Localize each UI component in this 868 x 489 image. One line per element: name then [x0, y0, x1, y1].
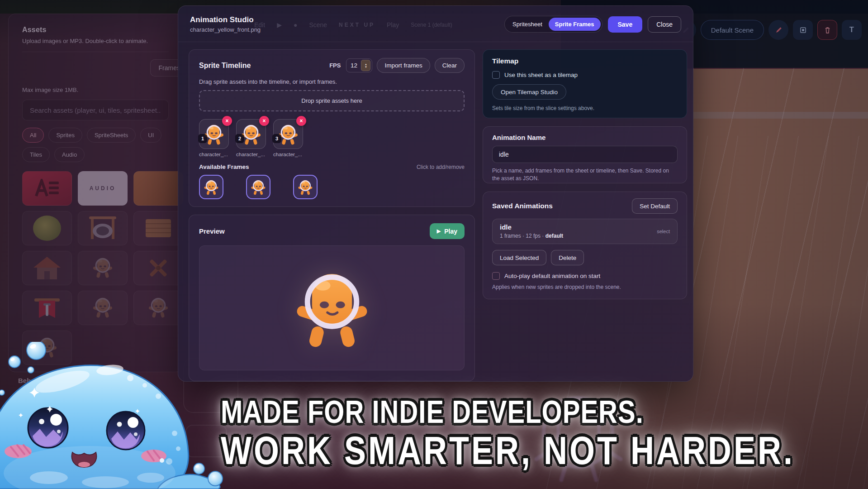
- asset-tile-windmill[interactable]: [133, 251, 183, 285]
- available-frame-selected[interactable]: [199, 175, 223, 199]
- modal-right-column: Tilemap Use this sheet as a tilemap Open…: [483, 49, 687, 299]
- asset-filter-chips: All Sprites SpriteSheets UI Tiles Audio: [22, 128, 169, 162]
- asset-tile-house[interactable]: [22, 251, 72, 285]
- modal-title: Animation Studio: [190, 15, 261, 24]
- set-default-button[interactable]: Set Default: [632, 198, 678, 214]
- timeline-frame-card[interactable]: 2 ×: [236, 119, 266, 149]
- filter-chip-audio[interactable]: Audio: [54, 147, 85, 162]
- asset-tile-bush[interactable]: [22, 211, 72, 245]
- timeline-frame-card[interactable]: 3 ×: [273, 119, 303, 149]
- filter-chip-tiles[interactable]: Tiles: [22, 147, 50, 162]
- asset-tile-banner[interactable]: [22, 291, 72, 325]
- asset-grid: AUDIO: [22, 171, 169, 365]
- modal-header: Animation Studio character_yellow_front.…: [178, 6, 693, 42]
- timeline-frame[interactable]: 3 × character_...: [273, 119, 303, 157]
- asset-tile-character[interactable]: [78, 291, 128, 325]
- remove-frame-button[interactable]: ×: [222, 116, 232, 126]
- default-scene-button[interactable]: Default Scene: [701, 20, 764, 40]
- table-icon: [144, 216, 173, 240]
- ghost-next-up-label: NEXT UP: [339, 22, 375, 28]
- sprite-dropzone[interactable]: Drop sprite assets here: [199, 90, 465, 111]
- chevron-down-icon: ▼: [365, 66, 367, 68]
- fps-label: FPS: [329, 62, 341, 69]
- asset-tile-character[interactable]: [133, 291, 183, 325]
- slime-mouth: [72, 452, 97, 467]
- saved-animation-item[interactable]: idle 1 frames · 12 fps · default select: [492, 219, 678, 244]
- asset-tile-ground[interactable]: [133, 171, 183, 206]
- tilemap-title: Tilemap: [492, 57, 678, 65]
- remove-frame-button[interactable]: ×: [259, 116, 269, 126]
- bush-icon: [33, 216, 61, 241]
- asset-tile-character[interactable]: [78, 251, 128, 285]
- filter-chip-sprites[interactable]: Sprites: [48, 128, 82, 143]
- available-frames-title: Available Frames: [199, 163, 249, 170]
- hero-line-2: WORK SMARTER, NOT HARDER.: [221, 427, 795, 473]
- fps-spin-buttons[interactable]: ▲ ▼: [361, 60, 370, 71]
- fps-value: 12: [346, 62, 361, 69]
- clear-button[interactable]: Clear: [435, 58, 465, 73]
- toggle-spritesheet[interactable]: Spritesheet: [506, 18, 549, 31]
- ghost-scene1-label: Scene 1 (default): [411, 22, 452, 28]
- play-label: Play: [444, 228, 457, 235]
- autoplay-checkbox[interactable]: [492, 272, 500, 280]
- modal-actions: Spritesheet Sprite Frames Save Close: [504, 16, 681, 33]
- saved-item-info: idle 1 frames · 12 fps · default: [500, 223, 563, 239]
- tilemap-checkbox[interactable]: [492, 71, 500, 79]
- timeline-title: Sprite Timeline: [199, 62, 251, 70]
- timeline-frames-row: 1 × character_... 2 × character_...: [199, 119, 465, 157]
- filter-chip-ui[interactable]: UI: [140, 128, 161, 143]
- ghost-play-label: Play: [387, 21, 399, 29]
- filter-chip-spritesheets[interactable]: SpriteSheets: [87, 128, 136, 143]
- trash-icon: [823, 26, 832, 34]
- asset-tile-well[interactable]: [78, 211, 128, 245]
- modal-left-column: Sprite Timeline FPS 12 ▲ ▼ Import frames…: [189, 49, 475, 381]
- tilemap-panel: Tilemap Use this sheet as a tilemap Open…: [483, 49, 687, 118]
- max-size-note: Max image size 1MB.: [22, 86, 169, 93]
- save-button[interactable]: Save: [608, 16, 643, 33]
- asset-search-input[interactable]: [22, 100, 169, 120]
- fps-stepper[interactable]: 12 ▲ ▼: [346, 58, 372, 72]
- timeline-frame[interactable]: 1 × character_...: [199, 119, 229, 157]
- frame-icon: [799, 26, 807, 34]
- ghost-chat-icon: ●: [294, 21, 297, 29]
- text-tool-button[interactable]: T: [842, 20, 862, 40]
- ghost-scene-label: Scene: [309, 21, 327, 29]
- dropzone-label: Drop sprite assets here: [301, 97, 362, 104]
- delete-scene-button[interactable]: [817, 20, 837, 40]
- remove-frame-button[interactable]: ×: [296, 116, 306, 126]
- timeline-frame[interactable]: 2 × character_...: [236, 119, 266, 157]
- character-sprite-icon: [92, 295, 113, 319]
- close-button[interactable]: Close: [648, 16, 681, 33]
- open-tilemap-studio-button[interactable]: Open Tilemap Studio: [492, 84, 566, 100]
- preview-title: Preview: [199, 227, 225, 235]
- toggle-sprite-frames[interactable]: Sprite Frames: [549, 18, 601, 31]
- frame-index-badge: 1: [198, 134, 207, 143]
- assets-panel-subtitle: Upload images or MP3. Double-click to an…: [22, 38, 169, 44]
- text-tool-icon: T: [849, 26, 854, 34]
- asset-tile-logo[interactable]: [22, 171, 72, 206]
- animation-studio-modal: Animation Studio character_yellow_front.…: [178, 5, 693, 382]
- import-frames-button[interactable]: Import frames: [377, 58, 430, 73]
- brush-button[interactable]: [768, 20, 788, 40]
- load-selected-button[interactable]: Load Selected: [492, 250, 546, 265]
- character-sprite-icon: [92, 255, 113, 279]
- available-frame-selected[interactable]: [246, 175, 270, 199]
- animation-name-note: Pick a name, add frames from the sheet o…: [492, 167, 678, 183]
- timeline-frame-card[interactable]: 1 ×: [199, 119, 229, 149]
- asset-tile-audio[interactable]: AUDIO: [78, 171, 128, 206]
- frame-tool-button[interactable]: [793, 20, 813, 40]
- play-button[interactable]: ▶ Play: [430, 223, 465, 239]
- sprite-timeline-panel: Sprite Timeline FPS 12 ▲ ▼ Import frames…: [189, 49, 475, 207]
- filter-chip-all[interactable]: All: [22, 128, 44, 143]
- frame-filename: character_...: [236, 152, 266, 157]
- character-sprite-icon: [298, 178, 313, 196]
- modal-subtitle: character_yellow_front.png: [190, 26, 261, 33]
- asset-tile-table[interactable]: [133, 211, 183, 245]
- tilemap-note: Sets tile size from the slice settings a…: [492, 105, 678, 111]
- delete-button[interactable]: Delete: [551, 250, 584, 265]
- animation-name-input[interactable]: [492, 146, 678, 163]
- available-frame-selected[interactable]: [293, 175, 318, 199]
- character-sprite-icon: [204, 178, 219, 196]
- autoplay-checkbox-label: Auto-play default animation on start: [504, 273, 600, 279]
- logo-mark-icon: [33, 179, 61, 198]
